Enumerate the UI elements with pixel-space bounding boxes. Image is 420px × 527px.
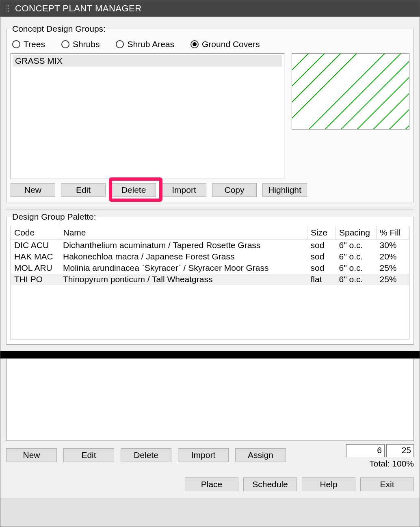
cell-name: Hakonechloa macra / Japanese Forest Gras… — [60, 251, 307, 262]
import-group-button[interactable]: Import — [162, 183, 206, 197]
fill-input[interactable]: 25 — [386, 444, 414, 457]
cell-size: sod — [307, 262, 336, 274]
palette-table[interactable]: Code Name Size Spacing % Fill DIC ACUDic… — [11, 226, 409, 339]
svg-line-5 — [292, 54, 389, 129]
radio-shrubs[interactable]: Shrubs — [61, 39, 100, 49]
cell-size: flat — [307, 274, 336, 285]
svg-line-6 — [308, 54, 405, 129]
highlight-group-button[interactable]: Highlight — [262, 183, 307, 197]
concept-groups-fieldset: Concept Design Groups: Trees Shrubs Shru… — [6, 24, 414, 202]
col-code[interactable]: Code — [11, 226, 60, 240]
radio-icon — [191, 40, 199, 48]
cell-code: MOL ARU — [11, 262, 60, 274]
exit-button[interactable]: Exit — [360, 477, 414, 491]
cell-fill: 20% — [377, 251, 409, 262]
grip-icon — [6, 4, 10, 13]
radio-icon — [61, 40, 69, 48]
col-size[interactable]: Size — [307, 226, 336, 240]
cell-spacing: 6" o.c. — [336, 251, 377, 262]
svg-line-4 — [292, 54, 372, 129]
col-name[interactable]: Name — [60, 226, 307, 240]
new-group-button[interactable]: New — [11, 183, 55, 197]
cell-fill: 30% — [377, 240, 409, 251]
table-row[interactable]: THI POThinopyrum ponticum / Tall Wheatgr… — [11, 274, 409, 285]
cell-code: THI PO — [11, 274, 60, 285]
hatch-preview — [292, 53, 409, 130]
radio-label: Ground Covers — [202, 39, 260, 49]
col-spacing[interactable]: Spacing — [336, 226, 377, 240]
new-plant-button[interactable]: New — [6, 448, 57, 462]
place-button[interactable]: Place — [185, 477, 238, 491]
assign-plant-button[interactable]: Assign — [235, 448, 286, 462]
schedule-button[interactable]: Schedule — [243, 477, 297, 491]
cell-spacing: 6" o.c. — [336, 274, 377, 285]
separator — [6, 205, 414, 210]
cell-size: sod — [307, 240, 336, 251]
palette-legend: Design Group Palette: — [11, 212, 98, 222]
radio-icon — [12, 40, 20, 48]
cell-code: HAK MAC — [11, 251, 60, 262]
group-listbox[interactable]: GRASS MIX — [11, 53, 284, 179]
cell-code: DIC ACU — [11, 240, 60, 251]
cell-spacing: 6" o.c. — [336, 262, 377, 274]
radio-ground-covers[interactable]: Ground Covers — [191, 39, 260, 49]
table-row[interactable]: DIC ACUDichanthelium acuminatum / Tapere… — [11, 240, 409, 251]
cell-fill: 25% — [377, 262, 409, 274]
cell-name: Dichanthelium acuminatum / Tapered Roset… — [60, 240, 307, 251]
radio-shrub-areas[interactable]: Shrub Areas — [116, 39, 174, 49]
titlebar[interactable]: CONCEPT PLANT MANAGER — [0, 0, 420, 17]
edit-group-button[interactable]: Edit — [61, 183, 106, 197]
lower-listbox[interactable] — [6, 359, 414, 441]
table-row[interactable]: HAK MACHakonechloa macra / Japanese Fore… — [11, 251, 409, 262]
edit-plant-button[interactable]: Edit — [63, 448, 114, 462]
table-row[interactable]: MOL ARUMolinia arundinacea `Skyracer` / … — [11, 262, 409, 274]
total-label: Total: 100% — [346, 459, 414, 469]
radio-label: Trees — [24, 39, 45, 49]
radio-trees[interactable]: Trees — [12, 39, 45, 49]
delete-plant-button[interactable]: Delete — [121, 448, 171, 462]
radio-label: Shrubs — [73, 39, 100, 49]
list-item[interactable]: GRASS MIX — [13, 55, 282, 67]
import-plant-button[interactable]: Import — [178, 448, 229, 462]
cell-spacing: 6" o.c. — [336, 240, 377, 251]
palette-fieldset: Design Group Palette: Code Name Size Spa… — [6, 212, 414, 345]
groups-legend: Concept Design Groups: — [11, 24, 107, 34]
help-button[interactable]: Help — [302, 477, 355, 491]
section-divider — [0, 351, 420, 359]
col-fill[interactable]: % Fill — [377, 226, 409, 240]
cell-fill: 25% — [377, 274, 409, 285]
window-title: CONCEPT PLANT MANAGER — [15, 3, 142, 14]
cell-size: sod — [307, 251, 336, 262]
copy-group-button[interactable]: Copy — [212, 183, 257, 197]
spacing-input[interactable]: 6 — [346, 444, 385, 457]
radio-label: Shrub Areas — [127, 39, 174, 49]
radio-icon — [116, 40, 124, 48]
cell-name: Molinia arundinacea `Skyracer` / Skyrace… — [60, 262, 307, 274]
cell-name: Thinopyrum ponticum / Tall Wheatgrass — [60, 274, 307, 285]
delete-group-button[interactable]: Delete — [111, 183, 156, 197]
